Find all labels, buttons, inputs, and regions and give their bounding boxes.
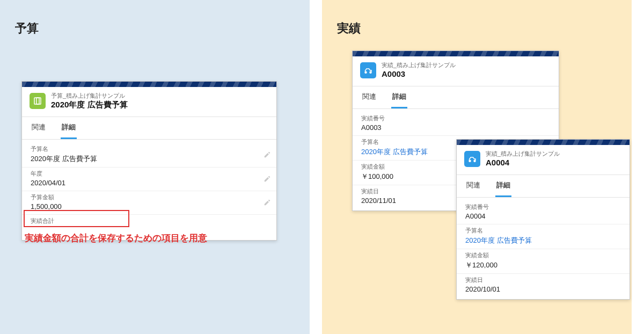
field-budget-link: 予算名 2020年度 広告費予算 xyxy=(457,224,630,249)
edit-pencil-icon[interactable] xyxy=(264,175,271,183)
stage: 予算 予算_積み上げ集計サンプル 2020年度 広告費予算 関連 詳細 予算名 xyxy=(0,0,644,334)
panel-actuals: 実績 実績_積み上げ集計サンプル A0003 関連 詳細 実績番号 A xyxy=(322,0,632,334)
field-label: 予算名 xyxy=(31,145,268,153)
highlight-box xyxy=(24,210,129,227)
field-value: 2020/04/01 xyxy=(31,179,268,187)
field-actual-no: 実績番号 A0003 xyxy=(353,112,559,136)
tabs: 関連 詳細 xyxy=(22,117,276,140)
tab-detail[interactable]: 詳細 xyxy=(391,92,407,108)
card-subtitle: 予算_積み上げ集計サンプル xyxy=(51,92,128,100)
card-actual-a0004: 実績_積み上げ集計サンプル A0004 関連 詳細 実績番号 A0004 予算名… xyxy=(456,139,630,300)
field-actual-date: 実績日 2020/10/01 xyxy=(457,274,630,297)
card-header-text: 実績_積み上げ集計サンプル A0004 xyxy=(486,150,560,168)
card-top-decoration xyxy=(353,51,559,56)
tab-related[interactable]: 関連 xyxy=(31,122,47,139)
tab-detail[interactable]: 詳細 xyxy=(495,180,511,197)
card-header-text: 予算_積み上げ集計サンプル 2020年度 広告費予算 xyxy=(51,92,128,110)
card-header-text: 実績_積み上げ集計サンプル A0003 xyxy=(382,62,456,79)
field-value-link[interactable]: 2020年度 広告費予算 xyxy=(465,236,621,245)
field-label: 実績金額 xyxy=(465,251,621,259)
tabs: 関連 詳細 xyxy=(353,86,559,109)
budget-object-icon xyxy=(30,93,46,109)
tab-related[interactable]: 関連 xyxy=(465,180,481,197)
field-actual-amount: 実績金額 ￥120,000 xyxy=(457,249,630,274)
panel-title-actuals: 実績 xyxy=(337,20,361,37)
edit-pencil-icon[interactable] xyxy=(264,151,271,158)
card-title: A0004 xyxy=(486,158,560,168)
svg-rect-1 xyxy=(36,98,41,104)
panel-budget: 予算 予算_積み上げ集計サンプル 2020年度 広告費予算 関連 詳細 予算名 xyxy=(0,0,310,334)
tabs: 関連 詳細 xyxy=(457,175,630,198)
field-label: 実績番号 xyxy=(465,203,621,211)
card-header: 実績_積み上げ集計サンプル A0004 xyxy=(457,145,630,175)
card-title: A0003 xyxy=(382,69,456,79)
edit-pencil-icon[interactable] xyxy=(264,199,271,206)
card-title: 2020年度 広告費予算 xyxy=(51,100,128,110)
field-value: A0004 xyxy=(465,212,621,221)
field-value: 2020年度 広告費予算 xyxy=(31,154,268,164)
field-label: 実績番号 xyxy=(361,114,550,122)
field-value: 2020/10/01 xyxy=(465,285,621,294)
field-label: 予算金額 xyxy=(31,193,268,201)
tab-detail[interactable]: 詳細 xyxy=(61,122,77,139)
card-subtitle: 実績_積み上げ集計サンプル xyxy=(486,150,560,158)
field-value: A0003 xyxy=(361,124,550,132)
field-budget-name: 予算名 2020年度 広告費予算 xyxy=(22,143,276,168)
card-top-decoration xyxy=(22,82,276,87)
fields: 実績番号 A0004 予算名 2020年度 広告費予算 実績金額 ￥120,00… xyxy=(457,198,630,299)
field-actual-no: 実績番号 A0004 xyxy=(457,201,630,224)
svg-point-2 xyxy=(364,71,367,74)
annotation-text: 実績金額の合計を保存するための項目を用意 xyxy=(25,232,207,244)
field-value: ￥120,000 xyxy=(465,260,621,270)
field-fiscal-year: 年度 2020/04/01 xyxy=(22,168,276,191)
tab-related[interactable]: 関連 xyxy=(361,92,377,108)
card-subtitle: 実績_積み上げ集計サンプル xyxy=(382,62,456,69)
field-label: 予算名 xyxy=(465,227,621,235)
panel-title-budget: 予算 xyxy=(15,20,39,37)
card-header: 実績_積み上げ集計サンプル A0003 xyxy=(353,56,559,86)
field-label: 実績日 xyxy=(465,276,621,284)
card-header: 予算_積み上げ集計サンプル 2020年度 広告費予算 xyxy=(22,87,276,117)
card-top-decoration xyxy=(457,140,630,145)
actual-object-icon xyxy=(464,151,480,167)
actual-object-icon xyxy=(360,62,376,78)
field-label: 年度 xyxy=(31,170,268,178)
svg-point-4 xyxy=(469,160,471,163)
